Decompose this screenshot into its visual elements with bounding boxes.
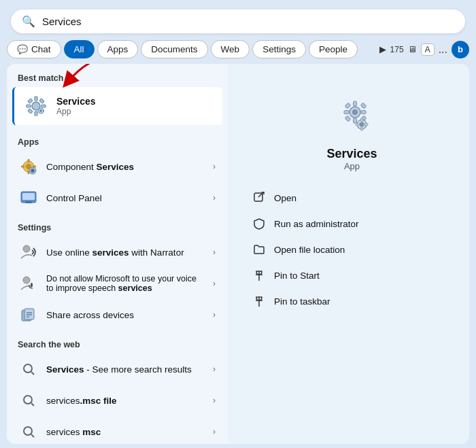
component-services-icon bbox=[19, 157, 38, 176]
right-action-runas[interactable]: Run as administrator bbox=[248, 211, 456, 237]
tabs-extra: ▶ 175 🖥 A ... b bbox=[379, 41, 469, 58]
svg-point-38 bbox=[352, 109, 358, 115]
tab-all[interactable]: All bbox=[64, 40, 95, 58]
pin-taskbar-icon bbox=[252, 294, 266, 308]
web-search-icon-2 bbox=[19, 391, 38, 410]
svg-point-24 bbox=[23, 277, 30, 283]
list-item-share[interactable]: Share across devices › bbox=[10, 299, 225, 330]
svg-line-32 bbox=[31, 372, 34, 375]
tab-settings-label: Settings bbox=[262, 44, 296, 54]
svg-rect-3 bbox=[35, 111, 37, 116]
services-msc-file-label: services.msc file bbox=[46, 396, 205, 406]
services-msc-chevron: › bbox=[213, 427, 216, 436]
list-item-web-services[interactable]: Services - See more search results › bbox=[10, 354, 225, 385]
share-chevron: › bbox=[213, 310, 216, 320]
bing-icon[interactable]: b bbox=[452, 41, 469, 58]
tab-apps-label: Apps bbox=[107, 44, 129, 54]
svg-rect-16 bbox=[21, 166, 24, 168]
svg-line-36 bbox=[31, 434, 34, 437]
voice-label: Do not allow Microsoft to use your voice… bbox=[46, 274, 205, 293]
tab-apps[interactable]: Apps bbox=[97, 40, 139, 58]
services-gear-icon bbox=[24, 94, 48, 118]
svg-rect-25 bbox=[31, 283, 33, 287]
narrator-chevron: › bbox=[213, 247, 216, 257]
search-input[interactable] bbox=[42, 16, 454, 27]
control-panel-label: Control Panel bbox=[46, 193, 205, 203]
best-match-text: Services App bbox=[56, 96, 96, 116]
narrator-label: Use online services with Narrator bbox=[46, 247, 205, 258]
monitor-icon: 🖥 bbox=[408, 44, 417, 54]
svg-rect-2 bbox=[35, 97, 37, 101]
main-area: Best match bbox=[0, 64, 476, 444]
svg-point-31 bbox=[24, 364, 32, 373]
tab-people[interactable]: People bbox=[309, 40, 358, 58]
filelocation-label: Open file location bbox=[274, 245, 345, 255]
control-panel-chevron: › bbox=[213, 193, 216, 203]
tab-chat[interactable]: 💬 Chat bbox=[7, 40, 61, 58]
svg-rect-40 bbox=[353, 118, 356, 123]
services-app-icon bbox=[24, 94, 48, 118]
svg-rect-41 bbox=[344, 111, 349, 114]
tab-settings[interactable]: Settings bbox=[252, 40, 306, 58]
tab-web-label: Web bbox=[221, 44, 240, 54]
tab-web[interactable]: Web bbox=[211, 40, 250, 58]
svg-point-11 bbox=[39, 109, 42, 112]
svg-rect-21 bbox=[22, 193, 35, 200]
list-item-services-msc-file[interactable]: services.msc file › bbox=[10, 385, 225, 416]
web-search-icon-3 bbox=[19, 422, 38, 441]
svg-rect-50 bbox=[360, 128, 362, 131]
right-action-pinstart[interactable]: Pin to Start bbox=[248, 262, 456, 288]
count-label: 175 bbox=[390, 45, 404, 54]
tab-people-label: People bbox=[319, 44, 347, 54]
tab-documents-label: Documents bbox=[151, 44, 197, 54]
best-match-section-label: Best match bbox=[7, 64, 228, 87]
voice-chevron: › bbox=[213, 279, 216, 288]
list-item-narrator[interactable]: Use online services with Narrator › bbox=[10, 237, 225, 268]
share-label: Share across devices bbox=[46, 310, 205, 320]
a-button[interactable]: A bbox=[421, 44, 435, 56]
list-item-services-msc[interactable]: services msc › bbox=[10, 416, 225, 444]
svg-rect-44 bbox=[360, 103, 366, 108]
list-item-control-panel[interactable]: Control Panel › bbox=[10, 182, 225, 213]
right-action-open[interactable]: Open bbox=[248, 185, 456, 211]
svg-rect-45 bbox=[345, 116, 350, 121]
tabs-row: 💬 Chat All Apps Documents Web Settings P… bbox=[0, 40, 476, 64]
svg-point-33 bbox=[24, 396, 32, 404]
svg-rect-42 bbox=[361, 111, 366, 114]
best-match-title: Services bbox=[56, 96, 96, 107]
web-search-icon-1 bbox=[19, 360, 38, 379]
list-item-voice[interactable]: Do not allow Microsoft to use your voice… bbox=[10, 268, 225, 299]
component-services-label: Component Services bbox=[46, 162, 205, 172]
more-button[interactable]: ... bbox=[439, 44, 447, 56]
list-item-component-services[interactable]: Component Services › bbox=[10, 151, 225, 182]
right-app-name: Services bbox=[326, 147, 377, 161]
pintaskbar-label: Pin to taskbar bbox=[274, 296, 330, 307]
svg-point-48 bbox=[359, 122, 364, 127]
best-match-wrapper: Services App bbox=[7, 87, 228, 125]
web-section-label: Search the web bbox=[7, 330, 228, 354]
svg-rect-14 bbox=[28, 159, 30, 162]
right-app-subtitle: App bbox=[344, 161, 360, 171]
voice-icon bbox=[19, 274, 38, 293]
pinstart-label: Pin to Start bbox=[274, 271, 320, 281]
web-services-label: Services - See more search results bbox=[46, 364, 205, 375]
right-panel: Services App Open Run as administrator bbox=[228, 64, 469, 444]
svg-rect-5 bbox=[41, 105, 46, 107]
services-msc-label: services msc bbox=[46, 427, 205, 437]
share-icon bbox=[19, 305, 38, 324]
svg-rect-52 bbox=[364, 124, 368, 126]
control-panel-icon bbox=[19, 188, 38, 207]
tab-documents[interactable]: Documents bbox=[141, 40, 207, 58]
best-match-item[interactable]: Services App bbox=[12, 87, 222, 125]
svg-rect-4 bbox=[27, 105, 31, 107]
svg-line-34 bbox=[31, 403, 34, 406]
svg-rect-27 bbox=[24, 309, 34, 320]
right-action-pintaskbar[interactable]: Pin to taskbar bbox=[248, 288, 456, 314]
right-action-filelocation[interactable]: Open file location bbox=[248, 237, 456, 262]
right-actions: Open Run as administrator Open file loca… bbox=[248, 185, 456, 314]
narrator-icon bbox=[19, 243, 38, 262]
play-button[interactable]: ▶ bbox=[379, 44, 386, 54]
shield-icon bbox=[252, 217, 266, 230]
svg-point-35 bbox=[24, 427, 32, 435]
runas-label: Run as administrator bbox=[274, 219, 359, 229]
